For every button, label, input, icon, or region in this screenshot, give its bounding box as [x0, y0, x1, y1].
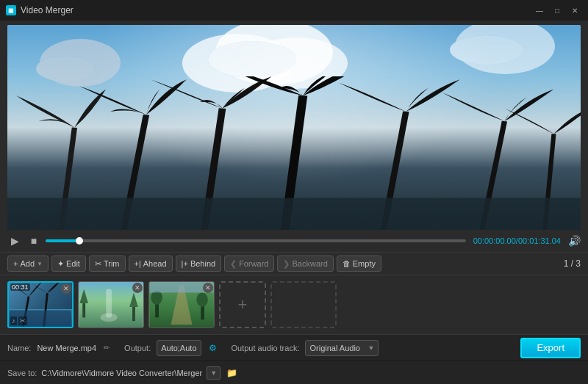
name-edit-icon[interactable]: ✏ [104, 344, 110, 352]
timeline: ✕ 00:31 ♪ ✂ [0, 275, 588, 334]
main-content: ▶ ■ 00:00:00.00/00:01:31.04 🔊 + Add ▼ ✦ … [0, 21, 588, 384]
plus-icon: + [13, 259, 18, 268]
progress-track[interactable] [46, 239, 466, 242]
app-title: Video Merger [21, 5, 74, 15]
ahead-icon: +| [135, 259, 141, 268]
clip2-remove-button[interactable]: ✕ [132, 283, 143, 293]
close-button[interactable]: ✕ [567, 3, 582, 18]
export-button[interactable]: Export [520, 338, 581, 358]
svg-rect-17 [132, 307, 135, 321]
page-indicator: 1 / 3 [564, 258, 581, 269]
clip-2[interactable]: ✕ [78, 281, 144, 328]
add-clip-button[interactable]: + [219, 281, 266, 328]
progress-thumb [76, 237, 83, 244]
svg-rect-15 [82, 303, 85, 317]
add-button[interactable]: + Add ▼ [7, 256, 49, 272]
save-path-value: C:\Vidmore\Vidmore Video Converter\Merge… [41, 369, 202, 377]
window-controls: — □ ✕ [532, 3, 582, 18]
maximize-button[interactable]: □ [550, 3, 564, 18]
transport-controls: ▶ ■ 00:00:00.00/00:01:31.04 🔊 [0, 230, 588, 252]
time-total: 00:01:31.04 [518, 236, 561, 245]
cloud-3 [450, 35, 523, 65]
palm-trees [7, 76, 581, 230]
clip1-audio-icon: ♪ [10, 316, 17, 325]
behind-button[interactable]: |+ Behind [176, 256, 222, 272]
backward-button[interactable]: ❯ Backward [277, 256, 333, 272]
clip-1[interactable]: ✕ 00:31 ♪ ✂ [7, 281, 74, 328]
edit-button[interactable]: ✦ Edit [51, 256, 86, 272]
svg-rect-7 [7, 198, 581, 230]
titlebar: ▣ Video Merger — □ ✕ [0, 0, 588, 21]
trim-label: Trim [104, 259, 120, 268]
play-button[interactable]: ▶ [7, 233, 22, 248]
save-to-label: Save to: [7, 369, 37, 377]
backward-label: Backward [292, 259, 327, 268]
name-value: New Merge.mp4 [37, 344, 96, 352]
folder-icon[interactable]: 📁 [226, 368, 237, 378]
forward-button[interactable]: ❮ Forward [224, 256, 274, 272]
toolbar: + Add ▼ ✦ Edit ✂ Trim +| Ahead |+ Behind… [0, 252, 588, 275]
audio-label: Output audio track: [232, 344, 300, 352]
output-settings-icon[interactable]: ⚙ [209, 343, 217, 353]
time-display: 00:00:00.00/00:01:31.04 [473, 236, 561, 245]
video-preview-area [7, 25, 581, 230]
clip1-remove-button[interactable]: ✕ [61, 283, 71, 294]
empty-button[interactable]: 🗑 Empty [337, 256, 381, 272]
forward-label: Forward [239, 259, 268, 268]
name-label: Name: [7, 344, 31, 352]
add-dropdown-arrow: ▼ [37, 261, 43, 267]
volume-icon[interactable]: 🔊 [568, 235, 581, 247]
video-preview [7, 25, 581, 230]
behind-label: Behind [190, 259, 215, 268]
svg-point-24 [196, 293, 208, 307]
save-path-dropdown[interactable]: ▼ [207, 366, 220, 380]
output-value: Auto;Auto [161, 344, 196, 352]
save-bar: Save to: C:\Vidmore\Vidmore Video Conver… [0, 361, 588, 384]
edit-icon: ✦ [57, 259, 64, 269]
svg-point-14 [100, 314, 117, 322]
clip1-icons: ♪ ✂ [10, 316, 27, 325]
app-logo: ▣ [6, 5, 16, 15]
ahead-button[interactable]: +| Ahead [129, 256, 173, 272]
backward-icon: ❯ [283, 259, 290, 269]
scissors-icon: ✂ [95, 259, 101, 269]
audio-value: Original Audio [309, 344, 360, 352]
save-dropdown-arrow: ▼ [210, 369, 217, 377]
behind-icon: |+ [182, 259, 188, 268]
audio-dropdown-arrow: ▼ [368, 344, 375, 352]
edit-label: Edit [66, 259, 80, 268]
empty-slot [270, 281, 337, 328]
empty-label: Empty [353, 259, 376, 268]
bottom-bar: Name: New Merge.mp4 ✏ Output: Auto;Auto … [0, 334, 588, 361]
minimize-button[interactable]: — [532, 3, 547, 18]
cloud-1 [208, 41, 296, 78]
ahead-label: Ahead [143, 259, 167, 268]
progress-fill [46, 239, 79, 242]
trash-icon: 🗑 [343, 259, 351, 268]
clip1-duration: 00:31 [10, 283, 30, 291]
add-label: Add [20, 259, 35, 268]
clip-3[interactable]: ✕ [148, 281, 215, 328]
titlebar-left: ▣ Video Merger [6, 5, 74, 15]
stop-button[interactable]: ■ [26, 233, 41, 248]
clip1-cut-icon: ✂ [18, 316, 27, 325]
output-label: Output: [124, 344, 151, 352]
clip3-remove-button[interactable]: ✕ [203, 283, 213, 293]
forward-icon: ❮ [230, 259, 237, 269]
output-select[interactable]: Auto;Auto [157, 340, 201, 356]
audio-track-select[interactable]: Original Audio ▼ [305, 340, 379, 356]
time-current: 00:00:00.00 [473, 236, 516, 245]
trim-button[interactable]: ✂ Trim [89, 256, 126, 272]
